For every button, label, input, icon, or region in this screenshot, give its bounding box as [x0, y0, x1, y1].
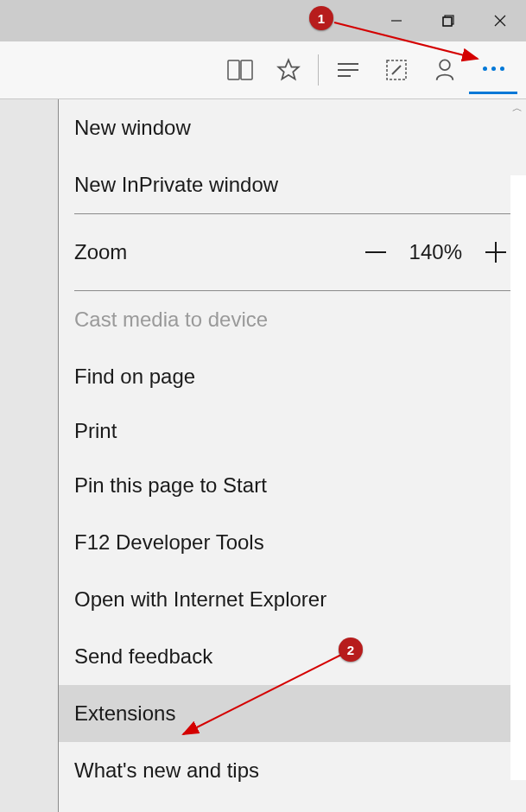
- maximize-icon: [442, 15, 454, 27]
- plus-icon: [484, 240, 508, 264]
- toolbar-divider: [318, 54, 319, 86]
- svg-rect-7: [241, 60, 252, 79]
- svg-line-13: [392, 66, 401, 74]
- zoom-out-button[interactable]: [361, 238, 390, 267]
- hub-icon: [336, 61, 360, 79]
- web-note-button[interactable]: [372, 46, 421, 94]
- menu-new-inprivate[interactable]: New InPrivate window: [59, 156, 526, 213]
- zoom-in-button[interactable]: [481, 238, 510, 267]
- content-area: ︿ New window New InPrivate window Zoom 1…: [0, 99, 526, 812]
- titlebar: [0, 0, 526, 41]
- menu-open-ie[interactable]: Open with Internet Explorer: [59, 571, 526, 628]
- maximize-button[interactable]: [422, 0, 474, 41]
- favorite-button[interactable]: [264, 46, 313, 94]
- left-padding: [0, 99, 58, 812]
- menu-pin-to-start[interactable]: Pin this page to Start: [59, 457, 526, 514]
- minimize-icon: [390, 15, 402, 27]
- svg-rect-6: [228, 60, 239, 79]
- menu-cast-media: Cast media to device: [59, 291, 526, 348]
- menu-print[interactable]: Print: [59, 405, 526, 457]
- share-icon: [433, 58, 457, 82]
- more-menu: ︿ New window New InPrivate window Zoom 1…: [58, 99, 526, 812]
- close-icon: [494, 15, 506, 27]
- share-button[interactable]: [421, 46, 469, 94]
- zoom-controls: 140%: [361, 238, 510, 267]
- minimize-button[interactable]: [371, 0, 422, 41]
- menu-find-on-page[interactable]: Find on page: [59, 348, 526, 405]
- menu-whats-new[interactable]: What's new and tips: [59, 742, 526, 799]
- hub-button[interactable]: [324, 46, 372, 94]
- more-button[interactable]: [469, 46, 517, 94]
- menu-send-feedback[interactable]: Send feedback: [59, 628, 526, 685]
- svg-point-14: [440, 60, 450, 70]
- minus-icon: [364, 240, 388, 264]
- scrollbar-track[interactable]: [510, 175, 526, 780]
- menu-new-window[interactable]: New window: [59, 99, 526, 156]
- toolbar: [0, 41, 526, 99]
- zoom-label: Zoom: [74, 240, 127, 264]
- scroll-up-arrow[interactable]: ︿: [512, 101, 523, 116]
- menu-extensions[interactable]: Extensions: [59, 685, 526, 742]
- star-icon: [276, 58, 301, 82]
- svg-rect-2: [443, 17, 452, 26]
- more-icon: [483, 67, 504, 71]
- svg-marker-8: [278, 60, 298, 79]
- web-note-icon: [385, 59, 408, 81]
- reading-view-button[interactable]: [216, 46, 264, 94]
- menu-dev-tools[interactable]: F12 Developer Tools: [59, 514, 526, 571]
- reading-view-icon: [227, 60, 253, 80]
- close-button[interactable]: [474, 0, 526, 41]
- menu-zoom-row: Zoom 140%: [59, 214, 526, 290]
- zoom-value: 140%: [409, 240, 462, 264]
